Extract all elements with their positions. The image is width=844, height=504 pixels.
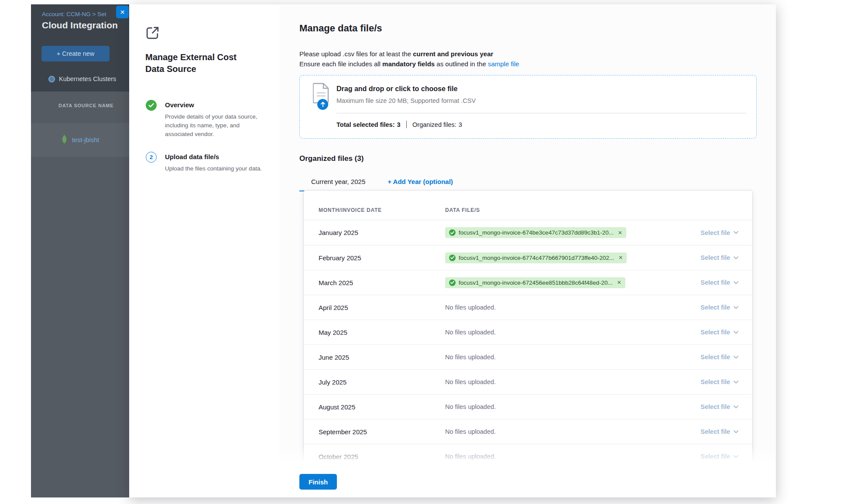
file-chip-label: focusv1_mongo-invoice-6774c477b667901d77… bbox=[459, 255, 614, 261]
no-files-text: No files uploaded. bbox=[445, 329, 496, 336]
add-year-link[interactable]: + Add Year (optional) bbox=[388, 177, 453, 185]
select-file-dropdown[interactable]: Select file bbox=[700, 304, 738, 311]
tab-label: Kubernetes Clusters bbox=[59, 75, 116, 82]
select-file-label: Select file bbox=[700, 329, 730, 336]
breadcrumb[interactable]: Account: CCM-NG > Set bbox=[42, 11, 125, 17]
file-check-icon bbox=[449, 255, 456, 261]
select-file-dropdown[interactable]: Select file bbox=[700, 354, 738, 361]
select-file-dropdown[interactable]: Select file bbox=[700, 378, 738, 385]
screenshot-canvas: Account: CCM-NG > Set Cloud Integration … bbox=[0, 0, 844, 504]
file-dropzone[interactable]: Drag and drop or click to choose file Ma… bbox=[299, 75, 757, 139]
file-chip: focusv1_mongo-invoice-674be3ce47c73d37dd… bbox=[445, 227, 626, 238]
select-file-label: Select file bbox=[700, 254, 730, 261]
file-chip: focusv1_mongo-invoice-672456ee851bbb28c6… bbox=[445, 277, 625, 288]
total-selected-value: 3 bbox=[397, 121, 401, 128]
month-label: August 2025 bbox=[319, 403, 445, 411]
file-cell: No files uploaded. Select file bbox=[445, 453, 738, 460]
step-complete-check-icon bbox=[146, 100, 157, 111]
month-label: October 2025 bbox=[319, 453, 445, 460]
finish-button[interactable]: Finish bbox=[299, 474, 337, 490]
chevron-down-icon bbox=[734, 455, 738, 458]
table-row: March 2025 focusv1_mongo-invoice-672456e… bbox=[304, 270, 752, 295]
page-title: Cloud Integration bbox=[42, 20, 118, 31]
file-cell: No files uploaded. Select file bbox=[445, 354, 738, 361]
instruction-text: Please upload .csv files for at least th… bbox=[299, 50, 413, 58]
files-table-card: MONTH/INVOICE DATE DATA FILE/S January 2… bbox=[303, 190, 753, 465]
step-description: Provide details of your data source, inc… bbox=[165, 112, 263, 139]
month-label: July 2025 bbox=[319, 378, 445, 386]
table-row: April 2025 No files uploaded. Select fil… bbox=[304, 295, 752, 320]
select-file-label: Select file bbox=[700, 378, 730, 385]
chevron-down-icon bbox=[734, 381, 738, 384]
month-label: June 2025 bbox=[319, 354, 445, 361]
files-table-header: MONTH/INVOICE DATE DATA FILE/S bbox=[304, 191, 752, 220]
panel-title: Manage data file/s bbox=[299, 23, 382, 34]
chevron-down-icon bbox=[734, 331, 738, 334]
select-file-label: Select file bbox=[700, 403, 730, 410]
instruction-text: Ensure each file includes all bbox=[299, 60, 382, 68]
organized-files-heading: Organized files (3) bbox=[299, 154, 364, 163]
background-table-panel: DATA SOURCE NAME test-jbisht bbox=[31, 92, 129, 497]
file-cell: No files uploaded. Select file bbox=[445, 304, 738, 311]
close-button[interactable]: ✕ bbox=[116, 6, 129, 18]
select-file-dropdown[interactable]: Select file bbox=[700, 428, 738, 435]
file-check-icon bbox=[449, 229, 456, 236]
chevron-down-icon bbox=[734, 430, 738, 433]
year-tabs: Current year, 2025 + Add Year (optional) bbox=[299, 177, 453, 191]
table-row: October 2025 No files uploaded. Select f… bbox=[304, 444, 752, 465]
step-number-badge: 2 bbox=[146, 152, 157, 163]
month-label: September 2025 bbox=[319, 428, 445, 436]
select-file-label: Select file bbox=[700, 279, 730, 286]
chevron-down-icon bbox=[734, 256, 738, 259]
step-description: Upload the files containing your data. bbox=[165, 164, 263, 173]
drawer-title: Manage External Cost Data Source bbox=[145, 51, 251, 75]
select-file-label: Select file bbox=[700, 453, 730, 460]
chevron-down-icon bbox=[734, 405, 738, 409]
background-header: Account: CCM-NG > Set Cloud Integration … bbox=[31, 4, 129, 92]
tab-kubernetes-clusters[interactable]: Kubernetes Clusters bbox=[48, 72, 116, 86]
file-remove-icon[interactable]: ✕ bbox=[618, 255, 623, 261]
select-file-dropdown[interactable]: Select file bbox=[700, 279, 738, 286]
dropzone-divider bbox=[336, 113, 747, 113]
create-new-button[interactable]: + Create new bbox=[41, 46, 110, 61]
upload-document-icon bbox=[313, 82, 334, 109]
mongodb-leaf-icon bbox=[62, 135, 67, 146]
file-cell: No files uploaded. Select file bbox=[445, 428, 738, 435]
sample-file-link[interactable]: sample file bbox=[488, 60, 519, 68]
column-header-data-file: DATA FILE/S bbox=[445, 207, 738, 213]
month-label: February 2025 bbox=[319, 254, 445, 262]
table-row[interactable]: test-jbisht bbox=[31, 123, 129, 157]
select-file-dropdown[interactable]: Select file bbox=[700, 453, 738, 460]
column-header-data-source-name: DATA SOURCE NAME bbox=[58, 103, 113, 108]
select-file-dropdown[interactable]: Select file bbox=[700, 254, 738, 261]
dropzone-title: Drag and drop or click to choose file bbox=[336, 85, 457, 93]
background-page: Account: CCM-NG > Set Cloud Integration … bbox=[31, 4, 129, 497]
manage-external-cost-drawer: Manage External Cost Data Source Overvie… bbox=[129, 4, 776, 497]
table-row: February 2025 focusv1_mongo-invoice-6774… bbox=[304, 245, 752, 270]
upload-instructions: Please upload .csv files for at least th… bbox=[299, 49, 519, 69]
select-file-dropdown[interactable]: Select file bbox=[700, 329, 738, 336]
table-row: August 2025 No files uploaded. Select fi… bbox=[304, 394, 752, 419]
select-file-label: Select file bbox=[700, 229, 730, 236]
file-remove-icon[interactable]: ✕ bbox=[617, 279, 621, 286]
file-cell: No files uploaded. Select file bbox=[445, 378, 738, 385]
table-row: January 2025 focusv1_mongo-invoice-674be… bbox=[304, 220, 752, 245]
file-cell: No files uploaded. Select file bbox=[445, 329, 738, 336]
chevron-down-icon bbox=[734, 281, 738, 284]
instruction-bold: current and previous year bbox=[413, 50, 493, 58]
no-files-text: No files uploaded. bbox=[445, 304, 496, 311]
file-remove-icon[interactable]: ✕ bbox=[618, 230, 622, 236]
select-file-dropdown[interactable]: Select file bbox=[700, 229, 738, 236]
table-row: September 2025 No files uploaded. Select… bbox=[304, 419, 752, 444]
file-cell: focusv1_mongo-invoice-6774c477b667901d77… bbox=[445, 252, 738, 263]
file-cell: No files uploaded. Select file bbox=[445, 403, 738, 410]
tab-current-year[interactable]: Current year, 2025 bbox=[299, 177, 377, 191]
step-overview[interactable]: Overview Provide details of your data so… bbox=[146, 100, 263, 139]
step-upload-data-files[interactable]: 2 Upload data file/s Upload the files co… bbox=[146, 152, 263, 173]
organized-files-value: 3 bbox=[459, 121, 462, 128]
step-label: Overview bbox=[165, 100, 263, 109]
files-table-body: January 2025 focusv1_mongo-invoice-674be… bbox=[304, 220, 752, 465]
select-file-dropdown[interactable]: Select file bbox=[700, 403, 738, 410]
month-label: January 2025 bbox=[319, 229, 445, 236]
data-source-link[interactable]: test-jbisht bbox=[72, 136, 99, 143]
